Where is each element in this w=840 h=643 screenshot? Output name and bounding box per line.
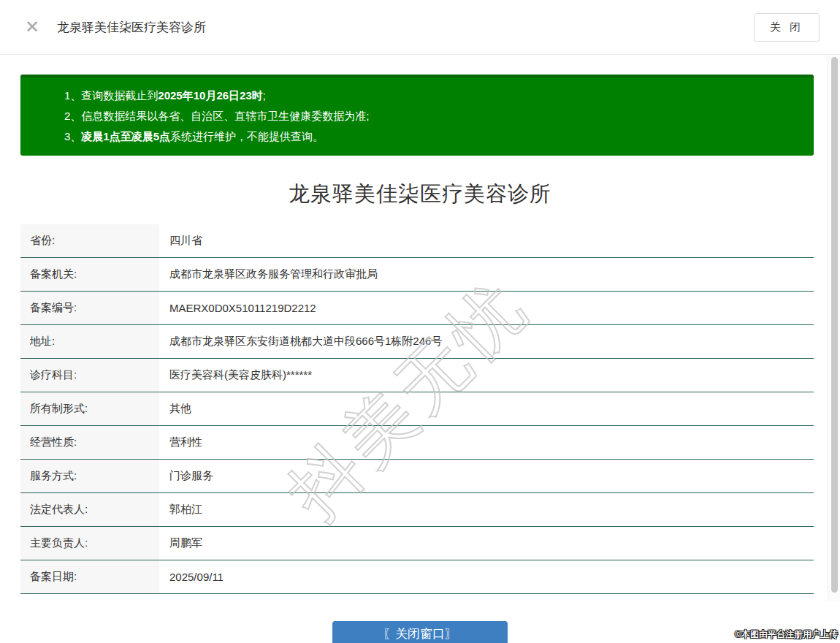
field-label: 诊疗科目: (20, 359, 159, 392)
notice-box: 1、查询数据截止到2025年10月26日23时; 2、信息数据结果以各省、自治区… (20, 75, 814, 156)
notice-line-2: 2、信息数据结果以各省、自治区、直辖市卫生健康委数据为准; (64, 106, 799, 126)
field-value: 营利性 (159, 426, 814, 459)
field-label: 服务方式: (20, 460, 159, 492)
field-value: 其他 (159, 392, 814, 425)
table-row: 地址:成都市龙泉驿区东安街道桃都大道中段666号1栋附246号 (20, 325, 814, 359)
content-area: 1、查询数据截止到2025年10月26日23时; 2、信息数据结果以各省、自治区… (0, 75, 840, 643)
notice-text: 信息数据结果以各省、自治区、直辖市卫生健康委数据为准; (81, 110, 369, 122)
field-value: 成都市龙泉驿区东安街道桃都大道中段666号1栋附246号 (159, 325, 814, 358)
field-value: 郭柏江 (159, 493, 814, 526)
field-label: 省份: (20, 224, 159, 257)
record-table: 省份:四川省 备案机关:成都市龙泉驿区政务服务管理和行政审批局 备案编号:MAE… (20, 224, 814, 594)
table-row: 所有制形式:其他 (20, 392, 814, 426)
table-row: 备案机关:成都市龙泉驿区政务服务管理和行政审批局 (20, 258, 814, 292)
notice-text: 查询数据截止到 (81, 89, 158, 102)
table-row: 诊疗科目:医疗美容科(美容皮肤科)****** (20, 359, 814, 392)
close-button[interactable]: 关 闭 (754, 13, 820, 42)
table-row: 经营性质:营利性 (20, 426, 814, 460)
field-value: 门诊服务 (159, 460, 814, 492)
notice-line-3: 3、凌晨1点至凌晨5点系统进行维护，不能提供查询。 (64, 126, 799, 147)
table-row: 服务方式:门诊服务 (20, 460, 814, 493)
notice-bold-text: 凌晨1点至凌晨5点 (81, 130, 170, 142)
field-value: 周鹏军 (159, 527, 814, 560)
field-label: 备案日期: (20, 560, 159, 593)
field-label: 备案机关: (20, 258, 159, 291)
field-value: MAERX0D0X51011219D2212 (159, 292, 814, 324)
field-value: 四川省 (159, 224, 814, 257)
field-value: 2025/09/11 (159, 560, 814, 593)
notice-number: 3、 (64, 130, 81, 142)
copyright-watermark: ©本图由平台注册用户上传 (735, 628, 838, 641)
close-window-button[interactable]: 〖关闭窗口〗 (332, 621, 508, 643)
field-label: 法定代表人: (20, 493, 159, 526)
scrollbar-thumb[interactable] (831, 57, 838, 593)
table-row: 省份:四川省 (20, 224, 814, 258)
field-label: 经营性质: (20, 426, 159, 459)
notice-number: 1、 (64, 89, 81, 102)
notice-text: 系统进行维护，不能提供查询。 (170, 130, 324, 142)
table-row: 备案编号:MAERX0D0X51011219D2212 (20, 292, 814, 325)
table-row: 备案日期:2025/09/11 (20, 560, 814, 594)
notice-bold-text: 2025年10月26日23时 (158, 89, 262, 102)
notice-line-1: 1、查询数据截止到2025年10月26日23时; (64, 85, 799, 106)
scrollbar[interactable] (828, 56, 840, 601)
notice-number: 2、 (64, 110, 81, 122)
window-title: 龙泉驿美佳柒医疗美容诊所 (57, 19, 206, 36)
table-row: 法定代表人:郭柏江 (20, 493, 814, 527)
table-row: 主要负责人:周鹏军 (20, 527, 814, 560)
field-label: 主要负责人: (20, 527, 159, 560)
field-label: 地址: (20, 325, 159, 358)
close-icon[interactable]: ✕ (25, 18, 39, 36)
field-value: 成都市龙泉驿区政务服务管理和行政审批局 (159, 258, 814, 291)
window-header: ✕ 龙泉驿美佳柒医疗美容诊所 关 闭 (0, 0, 840, 55)
field-value: 医疗美容科(美容皮肤科)****** (159, 359, 814, 392)
page-title: 龙泉驿美佳柒医疗美容诊所 (0, 180, 840, 209)
field-label: 所有制形式: (20, 392, 159, 425)
field-label: 备案编号: (20, 292, 159, 324)
notice-text: ; (263, 89, 266, 102)
